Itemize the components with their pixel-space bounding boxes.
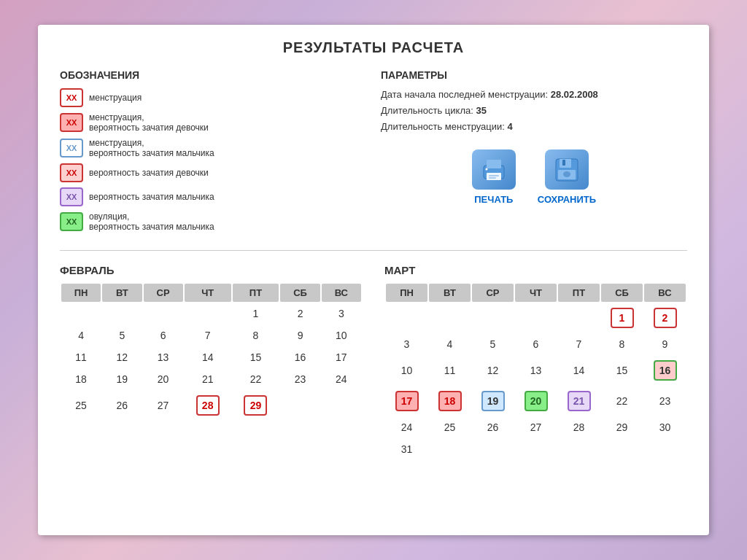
print-svg <box>479 155 508 184</box>
march-header-row: ПН ВТ СР ЧТ ПТ СБ ВС <box>386 284 686 302</box>
february-header-row: ПН ВТ СР ЧТ ПТ СБ ВС <box>61 284 361 302</box>
mar-th-vs: ВС <box>644 284 686 302</box>
legend-box-2: ХХ <box>60 113 83 132</box>
list-item: 15 <box>233 347 279 368</box>
list-item <box>102 303 142 324</box>
cycle-value: 35 <box>476 105 486 116</box>
list-item: 23 <box>644 386 686 416</box>
legend-text-4: вероятность зачатия девочки <box>89 168 209 178</box>
list-item: 14 <box>558 356 600 385</box>
list-item: 4 <box>429 334 471 354</box>
feb-th-vs: ВС <box>322 284 361 302</box>
list-item: 18 <box>429 386 471 416</box>
list-item: 25 <box>61 391 101 420</box>
svg-rect-4 <box>489 177 496 179</box>
list-item: 19 <box>102 369 142 389</box>
date-label: Дата начала последней менструации: <box>381 89 551 100</box>
feb-th-sr: СР <box>144 284 183 302</box>
legend-item-1: ХХ менструация <box>60 88 366 107</box>
feb-th-pt: ПТ <box>233 284 279 302</box>
legend-text-6: овуляция,вероятность зачатия мальчика <box>89 211 214 232</box>
list-item: 11 <box>429 356 471 385</box>
legend-item-6: ХХ овуляция,вероятность зачатия мальчика <box>60 211 366 232</box>
table-row: 17181920212223 <box>386 386 686 416</box>
print-label: ПЕЧАТЬ <box>474 194 513 205</box>
list-item: 2 <box>280 303 320 324</box>
save-svg <box>552 155 581 184</box>
svg-rect-3 <box>489 175 499 176</box>
list-item: 12 <box>472 356 514 385</box>
list-item: 1 <box>601 303 643 332</box>
legend-item-2: ХХ менструация,вероятность зачатия девоч… <box>60 112 366 133</box>
mar-th-pn: ПН <box>386 284 427 302</box>
list-item: 13 <box>144 347 183 368</box>
calendar-day-special: 20 <box>525 391 548 411</box>
list-item: 8 <box>601 334 643 354</box>
march-title: МАРТ <box>384 264 687 276</box>
legend-text-1: менструация <box>89 93 142 103</box>
calendar-day-special: 17 <box>395 391 419 411</box>
list-item <box>322 391 361 420</box>
calendar-day-special: 1 <box>611 308 634 328</box>
list-item: 26 <box>472 417 514 438</box>
cycle-label: Длительность цикла: <box>381 105 476 116</box>
list-item <box>644 439 686 459</box>
list-item: 15 <box>601 356 643 385</box>
list-item: 2 <box>644 303 686 332</box>
list-item: 9 <box>280 325 320 346</box>
params-section: ПАРАМЕТРЫ Дата начала последней менструа… <box>381 69 687 237</box>
print-icon <box>472 149 516 190</box>
list-item: 21 <box>185 369 231 389</box>
legend-box-3: ХХ <box>60 139 83 158</box>
list-item: 22 <box>233 369 279 389</box>
legend-text-2: менструация,вероятность зачатия девочки <box>89 112 209 133</box>
list-item: 4 <box>61 325 101 346</box>
list-item: 1 <box>233 303 279 324</box>
calendar-day-special: 2 <box>654 308 677 328</box>
list-item <box>61 303 101 324</box>
calendar-day-special: 16 <box>654 360 677 381</box>
list-item: 29 <box>601 417 643 438</box>
save-button[interactable]: СОХРАНИТЬ <box>538 149 596 205</box>
mar-th-vt: ВТ <box>429 284 471 302</box>
mar-th-cht: ЧТ <box>515 284 557 302</box>
list-item: 31 <box>386 439 427 459</box>
list-item: 18 <box>61 369 101 389</box>
list-item: 10 <box>322 325 361 346</box>
mar-th-pt: ПТ <box>558 284 600 302</box>
svg-rect-1 <box>487 160 501 168</box>
list-item: 16 <box>644 356 686 385</box>
march-body: 1234567891011121314151617181920212223242… <box>386 303 686 459</box>
list-item: 7 <box>558 334 600 354</box>
save-icon <box>545 149 589 190</box>
list-item: 16 <box>280 347 320 368</box>
list-item: 26 <box>102 391 142 420</box>
table-row: 31 <box>386 439 686 459</box>
list-item <box>472 439 514 459</box>
february-title: ФЕВРАЛЬ <box>60 264 363 276</box>
table-row: 2526272829 <box>61 391 361 420</box>
list-item <box>280 391 320 420</box>
list-item: 6 <box>144 325 183 346</box>
print-button[interactable]: ПЕЧАТЬ <box>472 149 516 205</box>
svg-point-10 <box>563 171 570 177</box>
table-row: 3456789 <box>386 334 686 354</box>
save-label: СОХРАНИТЬ <box>538 194 596 205</box>
legend-box-4: ХХ <box>60 163 83 182</box>
table-row: 45678910 <box>61 325 361 346</box>
calendar-day-special: 28 <box>196 395 220 416</box>
legend-text-3: менструация,вероятность зачатия мальчика <box>89 138 214 158</box>
list-item <box>472 303 514 332</box>
list-item: 13 <box>515 356 557 385</box>
svg-rect-8 <box>562 160 565 166</box>
march-table: ПН ВТ СР ЧТ ПТ СБ ВС 1234567891011121314… <box>384 282 687 461</box>
feb-th-sb: СБ <box>280 284 320 302</box>
list-item <box>144 303 183 324</box>
list-item: 5 <box>102 325 142 346</box>
list-item <box>515 439 557 459</box>
list-item: 3 <box>322 303 361 324</box>
list-item <box>429 439 471 459</box>
action-buttons: ПЕЧАТЬ СОХРАНИТЬ <box>381 149 687 205</box>
list-item: 11 <box>61 347 101 368</box>
duration-label: Длительность менструации: <box>381 121 508 132</box>
